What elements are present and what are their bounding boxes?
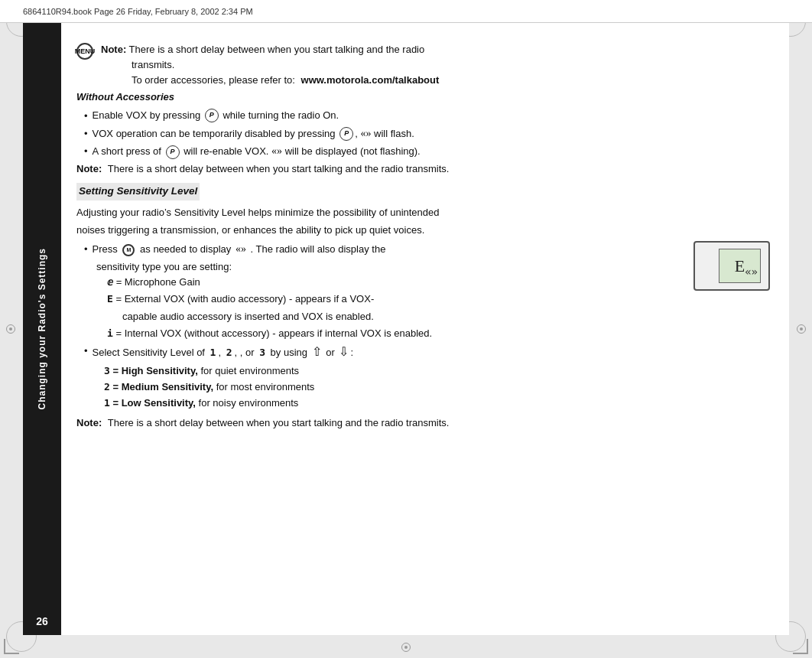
up-arrow: ⇧ (312, 345, 322, 358)
note1-line3: To order accessories, please refer to: w… (101, 73, 439, 88)
med-symbol: 2 (104, 381, 110, 393)
sidebar-label: Changing your Radio's Settings (37, 248, 47, 410)
bullet1-text: Enable VOX by pressing P while turning t… (93, 108, 339, 123)
bullet1: • Enable VOX by pressing P while turning… (76, 108, 770, 124)
reg-dot-bottom (401, 643, 411, 652)
note1-block: MENU Note: There is a short delay betwee… (76, 42, 770, 88)
bullet3-text: A short press of P will re-enable VOX. «… (93, 143, 421, 160)
p-icon-3: P (166, 145, 180, 159)
int-item: i = Internal VOX (without accessory) - a… (107, 326, 770, 341)
mic-item: ⅇ = Microphone Gain (107, 275, 770, 290)
radio-display-screen: E «» (719, 249, 761, 283)
ext-item: E = External VOX (with audio accessory) … (107, 292, 770, 307)
top-bar: 6864110R94.book Page 26 Friday, February… (0, 0, 812, 23)
sens-1: 1 (210, 347, 216, 358)
reg-dot-right (797, 324, 806, 334)
note1-text1: There is a short delay between when you … (129, 44, 425, 55)
low-sensitivity: 1 = Low Sensitivity, for noisy environme… (104, 396, 770, 411)
book-info: 6864110R94.book Page 26 Friday, February… (23, 7, 253, 16)
select-bullet: • Select Sensitivity Level of 1, 2, , or… (76, 343, 770, 362)
bullet2-text: VOX operation can be temporarily disable… (93, 125, 414, 142)
high-sensitivity: 3 = High Sensitivity, for quiet environm… (104, 363, 770, 379)
note1-line1: Note: There is a short delay between whe… (101, 42, 439, 57)
note3: Note: There is a short delay between whe… (76, 415, 770, 431)
sens-2: 2 (226, 347, 232, 358)
sensitivity-type-line: sensitivity type you are setting: (76, 259, 770, 275)
content-with-display: • Press M as needed to display «» . The … (76, 241, 770, 340)
note1-label: Note: (101, 44, 126, 55)
ext-item-cont: capable audio accessory is inserted and … (107, 309, 770, 324)
p-icon-2: P (339, 127, 353, 141)
radio-display: E «» (693, 241, 770, 291)
setting-title: Setting Sensitivity Level (76, 183, 200, 200)
without-accessories-title: Without Accessories (76, 90, 770, 105)
note1-content: Note: There is a short delay between whe… (101, 42, 439, 88)
adjust-text: Adjusting your radio’s Sensitivity Level… (76, 205, 770, 220)
down-arrow: ⇩ (339, 345, 349, 358)
note2: Note: There is a short delay between whe… (76, 161, 770, 177)
press-bullet: • Press M as needed to display «» . The … (76, 241, 770, 258)
ext-symbol: E (107, 293, 113, 305)
p-icon-1: P (205, 109, 219, 122)
main-content: MENU Note: There is a short delay betwee… (76, 42, 770, 620)
sidebar: Changing your Radio's Settings (23, 23, 61, 635)
int-symbol: i (107, 327, 113, 339)
note1-line2: transmits. (101, 57, 439, 73)
press-text: Press M as needed to display «» . The ra… (93, 241, 386, 258)
menu-icon: MENU (76, 43, 93, 60)
low-symbol: 1 (104, 397, 110, 409)
reg-dot-left (6, 324, 15, 334)
select-text: Select Sensitivity Level of 1, 2, , or 3… (93, 343, 354, 362)
sensitivity-sub-items: ⅇ = Microphone Gain E = External VOX (wi… (76, 275, 770, 341)
high-symbol: 3 (104, 365, 110, 376)
vox-symbol-2: «» (271, 145, 282, 157)
adjust-text2: noises triggering a transmission, or enh… (76, 223, 770, 238)
note1-text3: To order accessories, please refer to: (132, 74, 295, 86)
page-number-box: 26 (23, 608, 61, 635)
page-number: 26 (36, 615, 48, 627)
medium-sensitivity: 2 = Medium Sensitivity, for most environ… (104, 379, 770, 395)
bullet3: • A short press of P will re-enable VOX.… (76, 143, 770, 160)
menu-icon-2: M (122, 244, 135, 256)
vox-symbol-3: «» (235, 243, 246, 255)
sensitivity-symbol-display: E (735, 253, 745, 279)
vox-display-symbol: «» (745, 264, 758, 281)
sens-3: 3 (259, 347, 265, 358)
sensitivity-list: 3 = High Sensitivity, for quiet environm… (76, 363, 770, 411)
vox-symbol-1: «» (360, 128, 371, 139)
note1-link: www.motorola.com/talkabout (301, 74, 440, 86)
mic-symbol: ⅇ (107, 276, 113, 288)
note1-text2: transmits. (132, 59, 174, 70)
bullet2: • VOX operation can be temporarily disab… (76, 125, 770, 142)
